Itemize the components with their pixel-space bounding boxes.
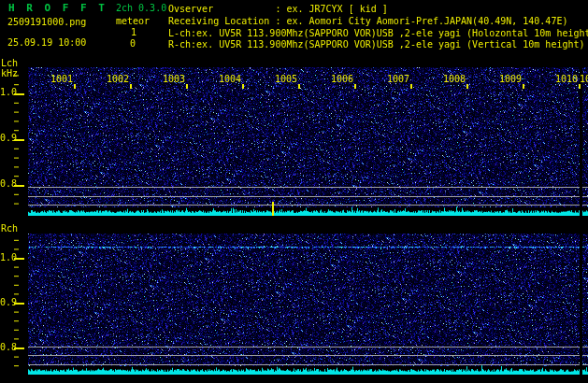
time-label-1006: 1006 [329, 75, 353, 84]
info-line-lch-setup: L-ch:ex. UV5R 113.900Mhz(SAPPORO VOR)USB… [168, 29, 588, 38]
meteor-count-lch: 1 [131, 28, 136, 37]
lch-freq-label-1: 0.9 [0, 134, 17, 143]
info-line-location: Receiving Location : ex. Aomori City Aom… [168, 17, 567, 26]
lch-freq-label-2: 0.8 [0, 179, 17, 189]
datetime-label: 25.09.19 10:00 [7, 38, 86, 48]
app-title: H R O F F T [8, 3, 108, 13]
time-label-1002: 1002 [105, 75, 129, 84]
time-label-1004: 1004 [217, 75, 241, 84]
time-label-clipped: 10 [580, 75, 588, 84]
info-line-rch-setup: R-ch:ex. UV5R 113.900Mhz(SAPPORO VOR)USB… [168, 40, 585, 50]
time-label-1010: 1010 [553, 75, 578, 84]
khz-unit-label: kHz [1, 69, 18, 78]
lch-freq-label-0: 1.0 [0, 88, 17, 97]
time-label-1008: 1008 [441, 75, 466, 84]
rch-panel-label: Rch [1, 224, 18, 234]
hrofft-screen: H R O F F T 2ch 0.3.0 2509191000.png met… [0, 0, 588, 383]
info-line-observer: Ovserver : ex. JR7CYX [ kid ] [168, 5, 388, 14]
time-label-1007: 1007 [385, 75, 409, 84]
spectrogram-canvas [0, 0, 588, 383]
lch-panel-label: Lch [1, 59, 18, 68]
meteor-count-rch: 0 [130, 39, 136, 49]
meteor-label: meteor [116, 17, 150, 26]
rch-freq-label-1: 0.9 [0, 298, 17, 307]
time-label-1003: 1003 [161, 75, 185, 84]
time-label-1005: 1005 [273, 75, 297, 84]
time-label-1001: 1001 [49, 75, 73, 84]
time-label-1009: 1009 [497, 75, 522, 84]
rch-freq-label-2: 0.8 [0, 343, 17, 352]
version-label: 2ch 0.3.0 [116, 4, 166, 13]
rch-freq-label-0: 1.0 [0, 253, 17, 262]
filename-label: 2509191000.png [7, 18, 86, 27]
